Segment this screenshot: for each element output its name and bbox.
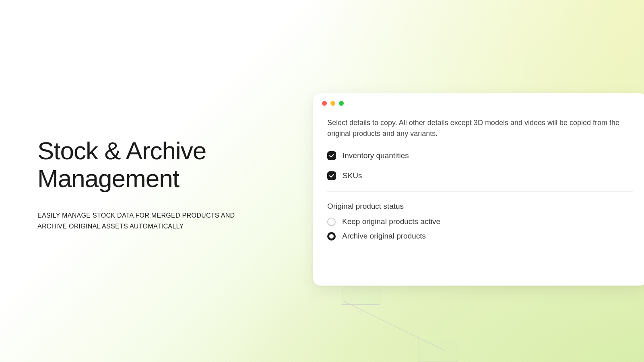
- subtitle-line-2: ARCHIVE ORIGINAL ASSETS AUTOMATICALLY: [37, 223, 184, 230]
- page-subtitle: EASILY MANAGE STOCK DATA FOR MERGED PROD…: [37, 210, 235, 232]
- decorative-box: [419, 338, 458, 362]
- section-divider: [327, 191, 633, 192]
- hero-text-block: Stock & Archive Management EASILY MANAGE…: [37, 137, 235, 232]
- decorative-box: [341, 286, 380, 305]
- checkbox-skus[interactable]: SKUs: [327, 171, 633, 180]
- checkmark-icon: [329, 153, 334, 158]
- radio-keep-active[interactable]: Keep original products active: [327, 217, 633, 226]
- settings-window: Select details to copy. All other detail…: [313, 93, 644, 286]
- title-line-1: Stock & Archive: [37, 137, 206, 165]
- checkbox-icon: [327, 151, 336, 160]
- checkbox-label: SKUs: [343, 171, 362, 180]
- close-window-icon[interactable]: [322, 101, 327, 106]
- radio-label: Keep original products active: [342, 217, 440, 226]
- radio-archive-originals[interactable]: Archive original products: [327, 232, 633, 241]
- checkbox-label: Inventory quantities: [343, 151, 409, 160]
- radio-label: Archive original products: [342, 232, 426, 241]
- maximize-window-icon[interactable]: [339, 101, 344, 106]
- minimize-window-icon[interactable]: [330, 101, 335, 106]
- checkbox-icon: [327, 171, 336, 180]
- original-status-label: Original product status: [327, 202, 633, 211]
- subtitle-line-1: EASILY MANAGE STOCK DATA FOR MERGED PROD…: [37, 212, 235, 219]
- page-title: Stock & Archive Management: [37, 137, 235, 193]
- window-body: Select details to copy. All other detail…: [313, 113, 644, 260]
- title-line-2: Management: [37, 165, 179, 192]
- checkbox-inventory-quantities[interactable]: Inventory quantities: [327, 151, 633, 160]
- radio-icon: [327, 232, 336, 241]
- radio-icon: [327, 218, 336, 226]
- window-traffic-lights: [313, 93, 644, 113]
- checkmark-icon: [329, 173, 334, 179]
- copy-details-description: Select details to copy. All other detail…: [327, 117, 633, 139]
